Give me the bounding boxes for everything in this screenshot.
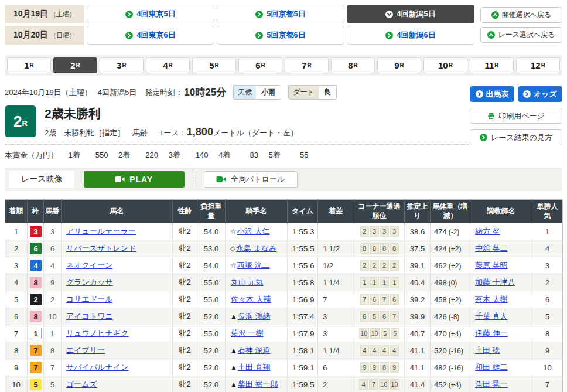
odds-label: オッズ: [534, 89, 557, 100]
column-header-label: 性齢: [178, 207, 192, 215]
race-tab[interactable]: 2R: [53, 57, 97, 73]
trainer-name-link[interactable]: 加藤 士津八: [475, 278, 515, 287]
race-header: 2024年10月19日（土曜） 4回新潟5日 発走時刻： 10時25分 天候小雨…: [5, 85, 562, 161]
day-meeting-button[interactable]: 4回新潟5日: [347, 5, 474, 23]
jockey-name-link[interactable]: 永島 まなみ: [236, 244, 277, 253]
trainer-name-link[interactable]: 土田 稔: [475, 346, 500, 354]
horse-name-link[interactable]: グランカッサ: [66, 278, 113, 287]
day-weekday-text: （土曜）: [50, 10, 76, 19]
race-video-play-button[interactable]: PLAY: [84, 171, 185, 188]
column-header-label: 着順: [9, 207, 23, 215]
race-tab[interactable]: 1R: [7, 57, 51, 73]
horse-name-link[interactable]: ネオクイーン: [66, 261, 113, 270]
jockey-name-link[interactable]: 菊沢 一樹: [231, 329, 264, 338]
corner-position: 2: [370, 260, 379, 271]
entries-button[interactable]: 出馬表: [470, 86, 514, 102]
race-tab[interactable]: 5R: [192, 57, 236, 73]
trainer-name-link[interactable]: 茶木 太樹: [475, 295, 508, 304]
weather-label: 天候: [234, 86, 256, 99]
race-tab[interactable]: 8R: [331, 57, 375, 73]
course-label: コース：: [156, 128, 187, 137]
cell-weight-carried: 53.0: [197, 240, 226, 257]
cell-corner-order: 101055: [354, 325, 405, 342]
trainer-name-link[interactable]: 千葉 直人: [475, 312, 508, 321]
cell-horse-weight: 424(+2): [431, 240, 470, 257]
day-meeting-button[interactable]: 5回京都5日: [217, 5, 344, 23]
race-tab[interactable]: 10R: [423, 57, 467, 73]
day-meeting-label: 4回新潟6日: [397, 30, 435, 40]
back-to-race-select-button[interactable]: レース選択へ戻る: [480, 27, 562, 43]
horse-name-link[interactable]: ゴームズ: [66, 380, 97, 388]
race-meeting: 4回新潟5日: [98, 87, 136, 98]
jockey-name-link[interactable]: 土田 真翔: [238, 363, 271, 371]
horse-name-link[interactable]: アリュールテーラー: [66, 227, 136, 236]
jockey-name-link[interactable]: 柴田 裕一郎: [238, 380, 278, 388]
race-tab[interactable]: 3R: [100, 57, 144, 73]
horse-name-link[interactable]: サバイバルナイン: [66, 363, 128, 371]
corner-position: 2: [360, 260, 369, 271]
horse-weight-value: 452: [434, 380, 447, 389]
race-tab[interactable]: 7R: [285, 57, 329, 73]
day-meeting-button[interactable]: 4回東京5日: [87, 5, 214, 23]
prize-label: 本賞金（万円）: [5, 151, 58, 159]
weather-value: 小雨: [256, 86, 281, 99]
prize-place: 2着: [118, 151, 130, 159]
results-guide-button[interactable]: レース結果の見方: [470, 129, 562, 145]
prize-item: 5着 55: [269, 151, 309, 159]
day-meeting-button[interactable]: 4回新潟6日: [347, 26, 474, 45]
cell-finish-position: 9: [5, 359, 28, 376]
trainer-name-link[interactable]: 緒方 努: [475, 227, 500, 236]
trainer-name-link[interactable]: 伊藤 伸一: [475, 329, 508, 338]
circle-up-icon: [491, 11, 499, 19]
jockey-name-link[interactable]: 丸山 元気: [231, 278, 264, 287]
trainer-name-link[interactable]: 和田 雄二: [475, 363, 508, 371]
track-value: 良: [319, 86, 336, 99]
jockey-name-link[interactable]: 小沢 大仁: [237, 227, 270, 236]
frame-number-badge: 8: [30, 277, 42, 288]
course-distance: 1,800: [187, 126, 213, 138]
cell-frame: 7: [28, 342, 44, 359]
horse-name-link[interactable]: エイブリー: [66, 346, 105, 354]
corner-position: 7: [369, 379, 378, 390]
odds-button[interactable]: オッズ: [518, 86, 562, 102]
horse-name-link[interactable]: リバースザトレンド: [66, 244, 136, 253]
trainer-name-link[interactable]: 中舘 英二: [475, 244, 508, 253]
circle-arrow-icon: [255, 11, 263, 18]
race-tab-suffix: R: [169, 62, 173, 69]
patrol-video-button[interactable]: 全周パトロール: [204, 171, 298, 188]
print-page-button[interactable]: 印刷用ページ: [470, 108, 562, 124]
jockey-name-link[interactable]: 長浜 鴻緒: [238, 312, 271, 321]
horse-name-link[interactable]: リュウノヒナギク: [66, 329, 128, 338]
day-meeting-button[interactable]: 4回東京6日: [87, 26, 214, 45]
cell-trainer: 土田 稔: [470, 342, 532, 359]
corner-position: 6: [380, 311, 389, 322]
day-meeting-buttons: 4回東京6日 5回京都6日 4回新潟6日: [87, 26, 474, 45]
cell-horse-weight: 482(-16): [431, 359, 470, 376]
cell-sex-age: 牝2: [173, 359, 197, 376]
jockey-name-link[interactable]: 西塚 洸二: [237, 261, 270, 270]
trainer-name-link[interactable]: 藤原 英昭: [475, 261, 508, 270]
cell-trainer: 加藤 士津八: [470, 274, 532, 291]
start-time-label: 発走時刻：: [145, 87, 183, 98]
race-tab[interactable]: 12R: [516, 57, 560, 73]
jockey-name-link[interactable]: 石神 深道: [238, 346, 271, 354]
horse-name-link[interactable]: コリエドール: [66, 295, 113, 304]
trainer-name-link[interactable]: 角田 晃一: [475, 380, 508, 388]
cell-last-3f: 37.5: [405, 240, 431, 257]
day-meeting-button[interactable]: 5回京都6日: [217, 26, 344, 45]
horse-weight-value: 520: [434, 346, 447, 355]
race-tab[interactable]: 6R: [238, 57, 282, 73]
cell-horse-name: エイブリー: [62, 342, 173, 359]
corner-position: 8: [380, 243, 389, 254]
cell-jockey: 丸山 元気: [226, 274, 288, 291]
race-tab[interactable]: 11R: [470, 57, 514, 73]
race-tab-number: 3: [117, 60, 121, 70]
back-to-meeting-select-button[interactable]: 開催選択へ戻る: [480, 7, 562, 23]
race-tab[interactable]: 4R: [146, 57, 190, 73]
cell-jockey: ▲土田 真翔: [226, 359, 288, 376]
corner-position: 5: [391, 328, 399, 339]
jockey-name-link[interactable]: 佐々木 大輔: [231, 295, 271, 304]
table-row: 7 1 1 リュウノヒナギク 牝2 55.0 菊沢 一樹 1:57.9 3 10…: [5, 325, 563, 342]
horse-name-link[interactable]: アイヨトワニ: [66, 312, 113, 321]
race-tab[interactable]: 9R: [377, 57, 421, 73]
